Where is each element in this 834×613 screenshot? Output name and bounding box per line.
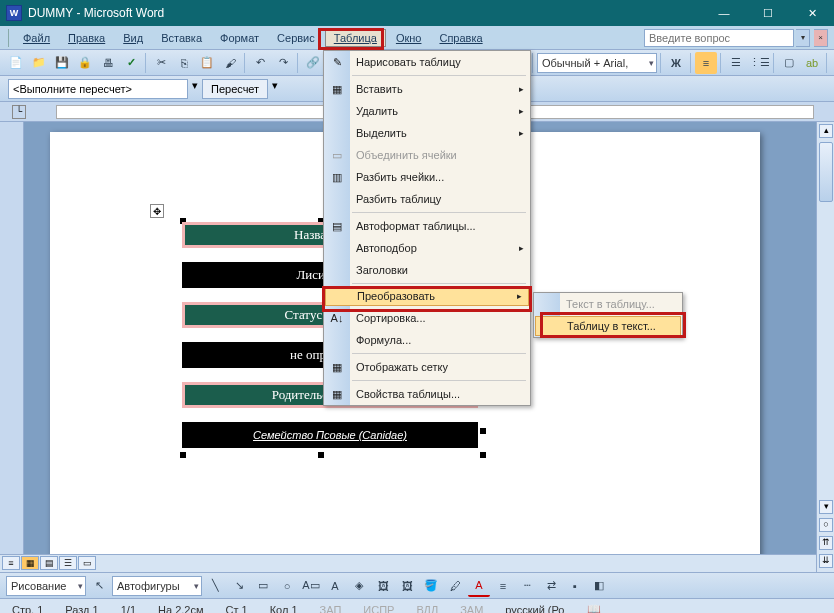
status-ext[interactable]: ВДЛ — [410, 604, 444, 614]
table-move-handle[interactable]: ✥ — [150, 204, 164, 218]
3d-icon[interactable]: ◧ — [588, 575, 610, 597]
menu-file[interactable]: Файл — [15, 30, 58, 46]
tab-selector[interactable]: └ — [12, 105, 26, 119]
permission-icon[interactable]: 🔒 — [74, 52, 96, 74]
new-doc-icon[interactable]: 📄 — [5, 52, 27, 74]
align-left-icon[interactable]: ≡ — [695, 52, 717, 74]
recalc-menu-dropdown[interactable]: ▾ — [272, 79, 278, 99]
borders-icon[interactable]: ▢ — [778, 52, 800, 74]
scroll-thumb[interactable] — [819, 142, 833, 202]
status-trk[interactable]: ИСПР — [357, 604, 400, 614]
print-view-icon[interactable]: ▤ — [40, 556, 58, 570]
menu-item[interactable]: Формула... — [324, 329, 530, 351]
redo-icon[interactable]: ↷ — [272, 52, 294, 74]
status-book-icon[interactable]: 📖 — [581, 603, 607, 613]
numbering-icon[interactable]: ☰ — [725, 52, 747, 74]
menu-view[interactable]: Вид — [115, 30, 151, 46]
shadow-icon[interactable]: ▪ — [564, 575, 586, 597]
menu-item[interactable]: Преобразовать▸ — [325, 286, 529, 306]
menu-window[interactable]: Окно — [388, 30, 430, 46]
menu-format[interactable]: Формат — [212, 30, 267, 46]
status-lang[interactable]: русский (Ро — [499, 604, 570, 614]
help-question-dropdown[interactable]: ▾ — [796, 29, 810, 47]
menu-item[interactable]: ▦Отображать сетку — [324, 356, 530, 378]
selection-handle[interactable] — [180, 452, 186, 458]
vertical-scrollbar[interactable]: ▴ ▾ ○ ⇈ ⇊ — [816, 122, 834, 572]
save-icon[interactable]: 💾 — [51, 52, 73, 74]
menu-item[interactable]: Разбить таблицу — [324, 188, 530, 210]
fill-color-icon[interactable]: 🪣 — [420, 575, 442, 597]
line-icon[interactable]: ╲ — [204, 575, 226, 597]
line-style-icon[interactable]: ≡ — [492, 575, 514, 597]
bold-icon[interactable]: Ж — [665, 52, 687, 74]
recalc-button[interactable]: Пересчет — [202, 79, 268, 99]
menu-item[interactable]: ▥Разбить ячейки... — [324, 166, 530, 188]
status-rec[interactable]: ЗАП — [314, 604, 348, 614]
reading-view-icon[interactable]: ▭ — [78, 556, 96, 570]
help-question-input[interactable] — [644, 29, 794, 47]
close-button[interactable]: ✕ — [790, 0, 834, 26]
menu-insert[interactable]: Вставка — [153, 30, 210, 46]
status-ovr[interactable]: ЗАМ — [454, 604, 489, 614]
menu-item[interactable]: ✎Нарисовать таблицу — [324, 51, 530, 73]
recalc-field[interactable]: <Выполните пересчет> — [8, 79, 188, 99]
normal-view-icon[interactable]: ≡ — [2, 556, 20, 570]
menu-item[interactable]: Автоподбор▸ — [324, 237, 530, 259]
rectangle-icon[interactable]: ▭ — [252, 575, 274, 597]
recalc-dropdown[interactable]: ▾ — [192, 79, 198, 99]
selection-handle[interactable] — [480, 452, 486, 458]
select-browse-object[interactable]: ○ — [819, 518, 833, 532]
vertical-ruler[interactable] — [0, 122, 24, 572]
arrow-icon[interactable]: ↘ — [228, 575, 250, 597]
wordart-icon[interactable]: A — [324, 575, 346, 597]
hyperlink-icon[interactable]: 🔗 — [302, 52, 324, 74]
font-color-icon[interactable]: A — [468, 575, 490, 597]
menu-item[interactable]: ▦Вставить▸ — [324, 78, 530, 100]
menu-item[interactable]: ▦Свойства таблицы... — [324, 383, 530, 405]
scroll-up-button[interactable]: ▴ — [819, 124, 833, 138]
clipart-icon[interactable]: 🖼 — [372, 575, 394, 597]
menu-table[interactable]: Таблица — [325, 29, 386, 47]
line-color-icon[interactable]: 🖊 — [444, 575, 466, 597]
menu-item[interactable]: A↓Сортировка... — [324, 307, 530, 329]
highlight-icon[interactable]: ab — [801, 52, 823, 74]
copy-icon[interactable]: ⎘ — [173, 52, 195, 74]
menu-help[interactable]: Справка — [431, 30, 490, 46]
menu-tools[interactable]: Сервис — [269, 30, 323, 46]
draw-menu[interactable]: Рисование — [6, 576, 86, 596]
menu-item[interactable]: Удалить▸ — [324, 100, 530, 122]
oval-icon[interactable]: ○ — [276, 575, 298, 597]
format-painter-icon[interactable]: 🖌 — [219, 52, 241, 74]
paste-icon[interactable]: 📋 — [196, 52, 218, 74]
selection-handle[interactable] — [480, 428, 486, 434]
menu-item[interactable]: Выделить▸ — [324, 122, 530, 144]
diagram-icon[interactable]: ◈ — [348, 575, 370, 597]
minimize-button[interactable]: — — [702, 0, 746, 26]
menu-item[interactable]: ▤Автоформат таблицы... — [324, 215, 530, 237]
arrow-style-icon[interactable]: ⇄ — [540, 575, 562, 597]
maximize-button[interactable]: ☐ — [746, 0, 790, 26]
open-icon[interactable]: 📁 — [28, 52, 50, 74]
textbox-icon[interactable]: A▭ — [300, 575, 322, 597]
next-page-button[interactable]: ⇊ — [819, 554, 833, 568]
table-data-cell[interactable]: Семейство Псовые (Canidae) — [182, 422, 478, 448]
menu-edit[interactable]: Правка — [60, 30, 113, 46]
bullets-icon[interactable]: ⋮☰ — [748, 52, 770, 74]
select-objects-icon[interactable]: ↖ — [88, 575, 110, 597]
scroll-down-button[interactable]: ▾ — [819, 500, 833, 514]
print-icon[interactable]: 🖶 — [97, 52, 119, 74]
outline-view-icon[interactable]: ☰ — [59, 556, 77, 570]
close-doc-button[interactable]: × — [814, 29, 828, 47]
dash-style-icon[interactable]: ┄ — [516, 575, 538, 597]
prev-page-button[interactable]: ⇈ — [819, 536, 833, 550]
cut-icon[interactable]: ✂ — [150, 52, 172, 74]
autoshapes-menu[interactable]: Автофигуры — [112, 576, 202, 596]
submenu-item[interactable]: Таблицу в текст... — [535, 316, 681, 336]
horizontal-scrollbar[interactable]: ≡ ▦ ▤ ☰ ▭ — [0, 554, 816, 572]
picture-icon[interactable]: 🖼 — [396, 575, 418, 597]
undo-icon[interactable]: ↶ — [249, 52, 271, 74]
spellcheck-icon[interactable]: ✓ — [120, 52, 142, 74]
selection-handle[interactable] — [318, 452, 324, 458]
web-view-icon[interactable]: ▦ — [21, 556, 39, 570]
menu-item[interactable]: Заголовки — [324, 259, 530, 281]
